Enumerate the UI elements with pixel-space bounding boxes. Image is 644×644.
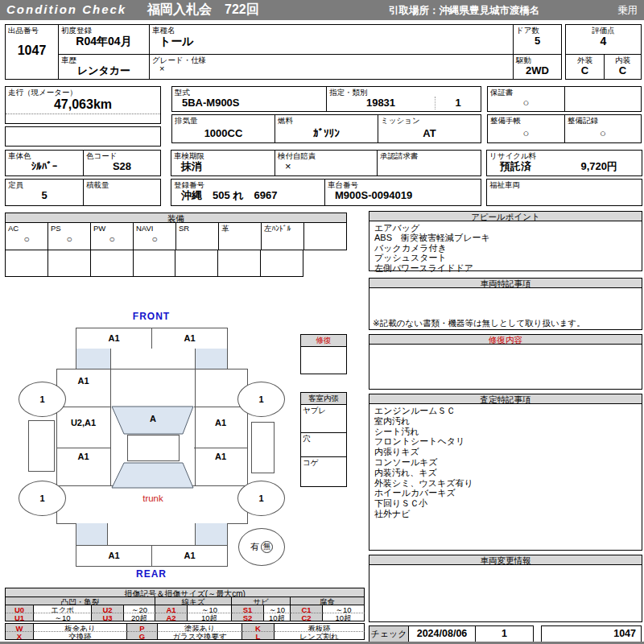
wheel-rear-left: 1	[19, 481, 66, 516]
mileage-extra-cell	[5, 126, 161, 147]
equipment-row: AC ○ PS ○ PW ○ NAVI ○ SR 革 左ﾊﾝﾄﾞﾙ	[5, 222, 347, 250]
assessment-line: 下回りＳＣ小	[374, 498, 637, 509]
rear-strip	[76, 523, 228, 546]
load-label: 積載量	[84, 180, 160, 189]
front-bumper-left-code: A1	[76, 332, 151, 344]
mission-label: ミッション	[378, 115, 481, 125]
warranty-value: ○	[488, 97, 564, 109]
wheel-mark: 1	[258, 493, 263, 503]
score-cell: 評価点 4	[565, 24, 642, 55]
rear-bumper-right-code: A1	[152, 550, 227, 561]
legend-code: G	[127, 631, 158, 640]
special-notes-panel: ※記載のない書類・機器等は無しとして取り扱います。	[369, 287, 642, 330]
class-value: 19831	[327, 97, 436, 109]
equipment-cell-ac: AC ○	[6, 222, 48, 250]
displacement-cell: 排気量 1000CC	[171, 114, 275, 143]
reg-no-label: 登録番号	[171, 180, 324, 189]
model-name-label: 車種名	[150, 25, 513, 35]
equipment-label: PS	[48, 223, 90, 233]
exterior-value: C	[566, 64, 604, 77]
inspection-label: 車検期限	[171, 151, 275, 160]
maint-record-value: ○	[565, 127, 641, 140]
chassis-label: 車台番号	[325, 180, 481, 189]
appeal-panel: エアバッグ ABS 衝突被害軽減ブレーキ バックカメラ付き プッシュスタート 左…	[369, 221, 642, 271]
legend-code: U3	[92, 613, 124, 621]
rear-bumper-left-code: A1	[76, 550, 151, 561]
auction-title: 福岡入札会 722回	[147, 2, 259, 19]
history-value: レンタカー	[59, 64, 149, 77]
legend-code: A2	[155, 613, 188, 621]
maint-record-label: 整備記録	[565, 115, 641, 125]
check-number: 1047	[542, 626, 641, 642]
wheel-front-right: 1	[237, 382, 285, 417]
spare-yes-label: 有	[250, 541, 259, 553]
history-cell: 車歴 レンタカー	[58, 54, 150, 80]
left-fender-code: A1	[56, 375, 110, 386]
equipment-empty-cell	[134, 250, 176, 277]
wheel-mark: 1	[258, 394, 263, 404]
rear-bumper-right-cell: A1	[151, 545, 228, 567]
body-color-label: 車体色	[6, 151, 83, 160]
warranty-empty-cell	[564, 86, 642, 112]
equipment-label: SR	[176, 223, 218, 233]
equipment-label: NAVI	[134, 223, 175, 233]
color-code-label: 色コード	[84, 151, 160, 160]
mileage-cell: 走行（現メーター） 47,063km	[5, 86, 161, 124]
mission-value: AT	[378, 127, 481, 140]
repair-mini-box: 修復	[300, 334, 347, 374]
equipment-cell-blank	[304, 222, 347, 250]
equipment-cell-navi: NAVI ○	[134, 222, 176, 250]
vehicle-class: 乗用	[617, 4, 638, 18]
model-code-value: 5BA-M900S	[172, 97, 326, 109]
check-date-cell: 2024/08/06 1	[408, 625, 534, 642]
front-bumper-right-cell: A1	[151, 328, 228, 349]
assessment-line: シート汚れ	[374, 427, 637, 437]
maint-book-cell: 整備手帳 ○	[487, 114, 565, 143]
right-rear-door-code: A1	[194, 451, 247, 462]
assessment-line: 社外ナビ	[374, 509, 637, 519]
exterior-label: 外装	[566, 55, 604, 64]
legend-value: レンズ割れ	[275, 631, 365, 640]
appeal-line: エアバッグ	[374, 223, 637, 233]
exhibit-no-value: 1047	[6, 43, 58, 59]
left-sill-cell	[28, 420, 55, 472]
legend-value: 10超	[188, 613, 232, 621]
reg-no-cell: 登録番号 沖縄 505 れ 6967	[171, 179, 325, 206]
rear-bumper-left-cell: A1	[76, 545, 152, 567]
spare-no-circled: 無	[261, 541, 273, 553]
approval-label: 承認請求書	[378, 151, 481, 160]
equipment-empty-cell	[261, 250, 303, 277]
load-cell: 積載量	[83, 179, 161, 206]
disclaimer-note: ※記載のない書類・機器等は無しとして取り扱います。	[373, 318, 585, 328]
assessment-line: フロントシートヘタリ	[374, 436, 637, 447]
first-registration-value: R04年04月	[59, 35, 149, 47]
appeal-line: バックカメラ付き	[374, 243, 637, 253]
equipment-cell-leather: 革	[219, 222, 262, 250]
legend-value: 交換跡	[34, 631, 127, 640]
cabin-box-title: 客室内張	[301, 393, 346, 405]
assessment-line: 内張りキズ	[374, 447, 637, 457]
legend-code: U1	[6, 613, 34, 621]
legend-value: ガラス交換要す	[158, 631, 242, 640]
spare-tire-indicator: 有 無	[238, 528, 285, 566]
insurance-cell: 検付自賠責 ×	[275, 150, 378, 176]
windshield-code: A	[110, 413, 196, 424]
legend-row-2: U1 ～10 U3 20超 A2 10超 S2 10超 C2 10超	[5, 613, 365, 621]
legend-value: 10超	[264, 613, 291, 621]
front-bumper-right-code: A1	[152, 332, 227, 344]
auction-sheet: Condition Check 福岡入札会 722回 引取場所：沖縄県豊見城市渡…	[0, 0, 644, 644]
legend-code: L	[242, 631, 275, 640]
equipment-mark: ○	[134, 233, 175, 246]
score-value: 4	[566, 35, 641, 47]
wheel-front-left: 1	[19, 382, 66, 417]
welfare-label: 福祉車両	[487, 180, 642, 189]
equipment-label: PW	[91, 223, 133, 233]
rear-right-shade	[195, 523, 227, 546]
exhibit-no-label: 出品番号	[6, 25, 58, 35]
chassis-cell: 車台番号 M900S-0094019	[324, 179, 481, 206]
legend-value: ～10	[34, 613, 92, 621]
insurance-value: ×	[275, 160, 377, 173]
body-color-value: ｼﾙﾊﾞｰ	[6, 160, 83, 173]
exterior-cell: 外装 C	[565, 54, 605, 80]
inspection-value: 抹消	[171, 160, 275, 173]
